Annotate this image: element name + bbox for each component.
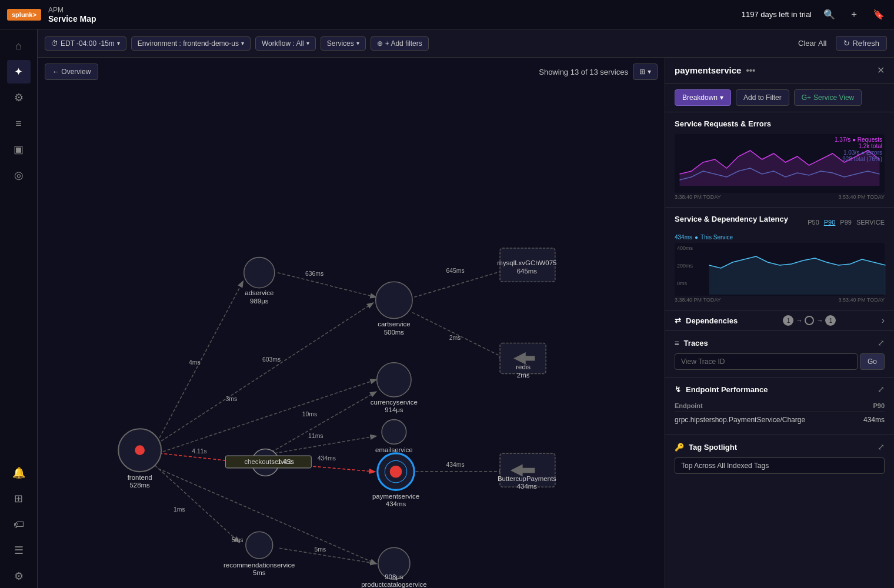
filter-icon: ⊕: [377, 39, 383, 48]
chevron-icon: ▾: [648, 68, 651, 76]
trace-id-input[interactable]: [675, 353, 858, 370]
top-bar: splunk> APM Service Map 1197 days left i…: [0, 0, 894, 29]
endpoint-expand-btn[interactable]: ⤢: [878, 385, 885, 394]
svg-point-61: [246, 532, 273, 559]
add-to-filter-btn[interactable]: Add to Filter: [736, 89, 789, 106]
requests-errors-title: Service Requests & Errors: [675, 119, 885, 128]
search-icon-btn[interactable]: 🔍: [821, 6, 838, 22]
latency-chart: 400ms 200ms 0ms: [675, 243, 885, 296]
add-filters-btn[interactable]: ⊕ + Add filters: [371, 36, 429, 51]
main-content: ← Overview Showing 13 of 13 services ⊞ ▾: [38, 58, 894, 588]
sidebar-item-home[interactable]: ⌂: [7, 34, 31, 58]
service-view-btn[interactable]: G+ Service View: [794, 89, 862, 106]
p90-btn[interactable]: P90: [824, 219, 836, 226]
svg-text:914μs: 914μs: [385, 406, 403, 413]
endpoint-title: ↯ Endpoint Performance: [675, 385, 768, 394]
map-area[interactable]: ← Overview Showing 13 of 13 services ⊞ ▾: [38, 58, 665, 588]
service-btn[interactable]: SERVICE: [856, 219, 885, 226]
requests-legend: 1.37/s ● Requests 1.2k total: [835, 136, 882, 149]
svg-text:434ms: 434ms: [386, 500, 406, 507]
sidebar-item-logs[interactable]: ≡: [7, 112, 31, 135]
chevron-icon: ▾: [356, 40, 359, 46]
endpoint-section: ↯ Endpoint Performance ⤢ Endpoint P90 gr…: [665, 377, 894, 435]
svg-text:4.11s: 4.11s: [192, 448, 206, 455]
sidebar-item-settings[interactable]: ⚙: [7, 564, 31, 588]
latency-x-labels: 3:38:40 PM TODAY 3:53:40 PM TODAY: [675, 297, 885, 303]
dropdown-icon: ▾: [720, 93, 723, 102]
sidebar-item-alerts[interactable]: 🔔: [7, 461, 31, 485]
traces-expand-btn[interactable]: ⤢: [878, 338, 885, 348]
latency-legend-label: This Service: [700, 234, 733, 240]
svg-text:mysqlLxvGChW075: mysqlLxvGChW075: [497, 259, 556, 266]
breakdown-btn[interactable]: Breakdown ▾: [675, 89, 731, 106]
svg-text:currencyservice: currencyservice: [371, 399, 418, 406]
filter-bar-right: Clear All ↻ Refresh: [793, 36, 887, 51]
panel-close-btn[interactable]: ✕: [877, 65, 885, 76]
traces-icon: ≡: [675, 339, 679, 348]
tag-section: 🔑 Tag Spotlight ⤢ Top Across All Indexed…: [665, 435, 894, 481]
environment-filter[interactable]: Environment : frontend-demo-us ▾: [131, 36, 251, 51]
svg-text:3ms: 3ms: [225, 396, 237, 402]
sidebar-item-rum[interactable]: ▣: [7, 138, 31, 161]
bookmark-icon-btn[interactable]: 🔖: [870, 6, 887, 22]
dependencies-title: ⇄ Dependencies: [675, 316, 738, 325]
svg-point-36: [376, 282, 412, 318]
latency-title: Service & Dependency Latency: [675, 215, 788, 223]
sidebar-item-apm[interactable]: ✦: [7, 60, 31, 83]
tag-header: 🔑 Tag Spotlight ⤢: [675, 442, 885, 452]
endpoint-header: ↯ Endpoint Performance ⤢: [675, 385, 885, 394]
services-filter[interactable]: Services ▾: [321, 36, 366, 51]
svg-text:paymentservice: paymentservice: [372, 493, 419, 500]
clear-all-btn[interactable]: Clear All: [793, 36, 831, 50]
svg-text:5ms: 5ms: [253, 569, 266, 576]
go-btn[interactable]: Go: [860, 353, 885, 370]
trace-input-row: Go: [675, 353, 885, 370]
view-controls-btn[interactable]: ⊞ ▾: [633, 64, 658, 80]
refresh-btn[interactable]: ↻ Refresh: [836, 36, 887, 51]
clock-icon: ⏱: [51, 39, 58, 48]
overview-btn[interactable]: ← Overview: [45, 64, 98, 80]
dependencies-section: ⇄ Dependencies 1 → → 1 ›: [665, 310, 894, 331]
panel-header: paymentservice ••• ✕: [665, 58, 894, 83]
service-graph: 4ms 603ms 3ms 4.11s 1ms 5ms 636ms 645ms: [38, 86, 665, 588]
dependencies-visual: 1 → → 1: [783, 315, 836, 326]
sidebar-item-synth[interactable]: ◎: [7, 163, 31, 187]
right-panel: paymentservice ••• ✕ Breakdown ▾ Add to …: [665, 58, 894, 588]
time-filter[interactable]: ⏱ EDT -04:00 -15m ▾: [45, 36, 126, 51]
workflow-filter[interactable]: Workflow : All ▾: [255, 36, 316, 51]
tag-icon: 🔑: [675, 443, 684, 452]
endpoint-name: grpc.hipstershop.PaymentService/Charge: [675, 412, 855, 428]
endpoint-value: 434ms: [855, 412, 885, 428]
panel-service-name: paymentservice •••: [675, 65, 755, 75]
sidebar-item-infra[interactable]: ⚙: [7, 86, 31, 109]
chart-x-labels: 3:38:40 PM TODAY 3:53:40 PM TODAY: [675, 194, 885, 200]
errors-legend: 1.03/s ● Errors 928 total (76%): [835, 149, 882, 162]
svg-text:productcatalogservice: productcatalogservice: [361, 581, 426, 588]
tag-select[interactable]: Top Across All Indexed Tags: [675, 457, 885, 474]
svg-text:adservice: adservice: [245, 289, 273, 296]
requests-errors-section: Service Requests & Errors 1.37/s ● Reque…: [665, 112, 894, 208]
chevron-icon: ▾: [306, 40, 309, 46]
svg-text:434ms: 434ms: [446, 462, 464, 468]
dependencies-expand-btn[interactable]: ›: [882, 315, 885, 326]
tag-expand-btn[interactable]: ⤢: [878, 442, 885, 452]
tag-title: 🔑 Tag Spotlight: [675, 443, 737, 452]
endpoint-icon: ↯: [675, 385, 681, 394]
add-icon-btn[interactable]: ＋: [847, 6, 861, 23]
p50-btn[interactable]: P50: [808, 219, 819, 226]
trial-text: 1197 days left in trial: [742, 10, 812, 19]
sidebar-item-tags[interactable]: 🏷: [7, 513, 31, 536]
sidebar-item-data[interactable]: ☰: [7, 539, 31, 562]
svg-point-49: [382, 420, 406, 445]
svg-text:frontend: frontend: [128, 474, 152, 481]
svg-text:434ms: 434ms: [517, 483, 538, 490]
controls-icon: ⊞: [639, 68, 645, 76]
traces-section: ≡ Traces ⤢ Go: [665, 331, 894, 377]
svg-text:recommendationservice: recommendationservice: [224, 562, 295, 569]
sidebar-item-dashboards[interactable]: ⊞: [7, 487, 31, 510]
endpoint-row: grpc.hipstershop.PaymentService/Charge 4…: [675, 412, 885, 428]
refresh-icon: ↻: [843, 39, 850, 48]
svg-text:1.45s: 1.45s: [278, 458, 294, 465]
panel-more-btn[interactable]: •••: [746, 65, 755, 75]
p99-btn[interactable]: P99: [840, 219, 852, 226]
